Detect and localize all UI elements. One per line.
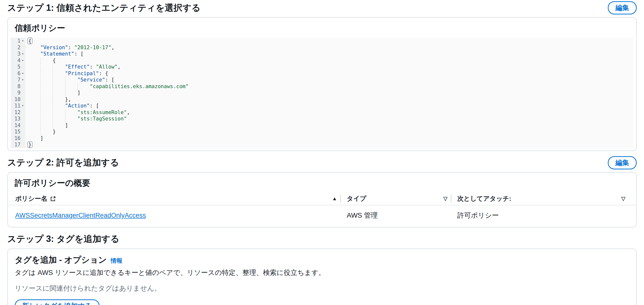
fold-caret-icon[interactable]: ▾ bbox=[20, 70, 25, 77]
code-line-content: ] bbox=[26, 135, 633, 142]
code-line: 1▾{ bbox=[11, 38, 633, 44]
sort-inactive-icon: ▽ bbox=[443, 196, 451, 202]
line-number-gutter: 11▾ bbox=[11, 103, 26, 109]
code-line: 4▾{ bbox=[11, 57, 633, 64]
matched-brace-highlight: } bbox=[28, 141, 32, 148]
line-number: 1 bbox=[17, 38, 20, 44]
line-number: 12 bbox=[14, 109, 20, 116]
step3-header: ステップ 3: タグを追加する bbox=[7, 233, 637, 245]
matched-brace-highlight: { bbox=[28, 38, 32, 44]
fold-caret-icon[interactable]: ▾ bbox=[20, 57, 25, 64]
trust-policy-editor[interactable]: 1▾{2"Version": "2012-10-17",3▾"Statement… bbox=[11, 38, 633, 148]
step1-edit-button[interactable]: 編集 bbox=[608, 1, 637, 15]
line-number: 8 bbox=[17, 83, 20, 90]
line-number: 14 bbox=[14, 122, 20, 129]
step1-title: ステップ 1: 信頼されたエンティティを選択する bbox=[7, 2, 200, 14]
table-row: AWSSecretsManagerClientReadOnlyAccess AW… bbox=[8, 205, 636, 227]
code-line-content: "sts:AssumeRole", bbox=[26, 109, 633, 116]
code-line: 17} bbox=[11, 141, 633, 148]
code-line: 5"Effect": "Allow", bbox=[11, 64, 633, 70]
code-line-content: "sts:TagSession" bbox=[26, 116, 633, 122]
line-number-gutter: 6▾ bbox=[11, 70, 26, 77]
attached-as-cell: 許可ポリシー bbox=[451, 211, 629, 220]
column-header-attached-as[interactable]: 次としてアタッチ: ▽ bbox=[451, 193, 629, 205]
policy-type-cell: AWS 管理 bbox=[340, 211, 451, 220]
code-line-content: "Statement": [ bbox=[26, 51, 633, 57]
fold-caret-icon[interactable]: ▾ bbox=[20, 77, 25, 83]
code-line: 8"capabilities.eks.amazonaws.com" bbox=[11, 83, 633, 90]
external-link-icon bbox=[50, 196, 56, 201]
code-line-content: "Service": [ bbox=[26, 77, 633, 83]
code-line: 14] bbox=[11, 122, 633, 129]
code-line-content: "Principal": { bbox=[26, 70, 633, 77]
sort-inactive-icon: ▽ bbox=[621, 196, 629, 202]
line-number: 3 bbox=[17, 51, 20, 57]
code-line-content: { bbox=[26, 38, 633, 44]
line-number-gutter: 4▾ bbox=[11, 57, 26, 64]
code-line-content: ] bbox=[26, 90, 633, 96]
code-line: 16] bbox=[11, 135, 633, 142]
line-number-gutter: 13 bbox=[11, 116, 26, 122]
step2-header: ステップ 2: 許可を追加する 編集 bbox=[7, 156, 637, 169]
line-number: 6 bbox=[17, 70, 20, 77]
policy-name-link[interactable]: AWSSecretsManagerClientReadOnlyAccess bbox=[15, 212, 146, 219]
line-number-gutter: 3▾ bbox=[11, 51, 26, 57]
line-number: 4 bbox=[17, 57, 20, 64]
line-number-gutter: 16 bbox=[11, 135, 26, 142]
code-line-content: } bbox=[26, 129, 633, 135]
line-number-gutter: 9 bbox=[11, 90, 26, 96]
step3-title: ステップ 3: タグを追加する bbox=[7, 233, 120, 245]
line-number: 5 bbox=[17, 64, 20, 70]
code-line-content: "capabilities.eks.amazonaws.com" bbox=[26, 83, 633, 90]
role-review-page: ステップ 1: 信頼されたエンティティを選択する 編集 信頼ポリシー 1▾{2"… bbox=[0, 0, 644, 305]
sort-ascending-icon: ▲ bbox=[332, 196, 340, 201]
code-line: 15} bbox=[11, 129, 633, 135]
code-line: 13"sts:TagSession" bbox=[11, 116, 633, 122]
line-number: 2 bbox=[17, 44, 20, 51]
line-number: 9 bbox=[17, 90, 20, 96]
step2-edit-button[interactable]: 編集 bbox=[608, 156, 637, 169]
line-number-gutter: 10 bbox=[11, 96, 26, 103]
code-line-content: ] bbox=[26, 122, 633, 129]
line-number-gutter: 5 bbox=[11, 64, 26, 70]
line-number-gutter: 8 bbox=[11, 83, 26, 90]
line-number-gutter: 12 bbox=[11, 109, 26, 116]
code-line-content: { bbox=[26, 57, 633, 64]
code-line: 2"Version": "2012-10-17", bbox=[11, 44, 633, 51]
add-new-tag-button[interactable]: 新しいタグを追加する bbox=[15, 299, 100, 305]
line-number: 11 bbox=[14, 103, 20, 109]
tags-card-title: タグを追加 - オプション bbox=[15, 254, 107, 265]
code-line-content: }, bbox=[26, 96, 633, 103]
line-number-gutter: 7▾ bbox=[11, 77, 26, 83]
code-line: 3▾"Statement": [ bbox=[11, 51, 633, 57]
step2-title: ステップ 2: 許可を追加する bbox=[7, 157, 119, 169]
code-line: 7▾"Service": [ bbox=[11, 77, 633, 83]
column-header-policy-name[interactable]: ポリシー名 ▲ bbox=[15, 193, 340, 205]
line-number: 7 bbox=[17, 77, 20, 83]
fold-caret-icon[interactable]: ▾ bbox=[20, 103, 25, 109]
code-line-content: "Effect": "Allow", bbox=[26, 64, 633, 70]
code-line: 9] bbox=[11, 90, 633, 96]
code-line: 11▾"Action": [ bbox=[11, 103, 633, 109]
permissions-table: ポリシー名 ▲ タイプ ▽ 次としてアタッチ: bbox=[8, 193, 636, 227]
line-number-gutter: 17 bbox=[11, 141, 26, 148]
line-number: 10 bbox=[14, 96, 20, 103]
line-number-gutter: 15 bbox=[11, 129, 26, 135]
fold-caret-icon[interactable]: ▾ bbox=[20, 38, 25, 44]
step1-header: ステップ 1: 信頼されたエンティティを選択する 編集 bbox=[7, 2, 637, 14]
column-header-type[interactable]: タイプ ▽ bbox=[340, 193, 451, 205]
info-link[interactable]: 情報 bbox=[111, 257, 122, 265]
line-number: 17 bbox=[14, 141, 20, 148]
trust-policy-card-title: 信頼ポリシー bbox=[8, 23, 636, 34]
fold-caret-icon[interactable]: ▾ bbox=[20, 51, 25, 57]
code-line-content: "Version": "2012-10-17", bbox=[26, 44, 633, 51]
code-line-content: } bbox=[26, 141, 633, 148]
line-number: 16 bbox=[14, 135, 20, 142]
code-line: 10}, bbox=[11, 96, 633, 103]
line-number-gutter: 1▾ bbox=[11, 38, 26, 44]
trust-policy-card: 信頼ポリシー 1▾{2"Version": "2012-10-17",3▾"St… bbox=[7, 17, 637, 151]
line-number: 13 bbox=[14, 116, 20, 122]
tags-card-title-row: タグを追加 - オプション 情報 bbox=[15, 254, 629, 265]
code-line: 6▾"Principal": { bbox=[11, 70, 633, 77]
code-line: 12"sts:AssumeRole", bbox=[11, 109, 633, 116]
